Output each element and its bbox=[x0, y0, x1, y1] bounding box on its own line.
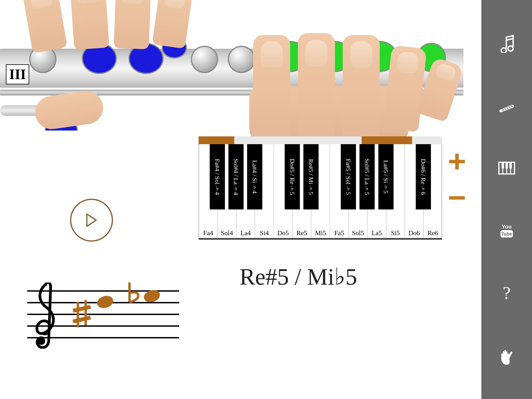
zoom-out-button[interactable]: − bbox=[448, 188, 466, 207]
black-key[interactable]: Do#5 / Re♭5 bbox=[285, 144, 300, 209]
white-key-label: La4 bbox=[241, 229, 251, 237]
foot-lever bbox=[0, 105, 82, 116]
keyboard-range-bar bbox=[199, 136, 442, 144]
note-head-flat bbox=[142, 288, 161, 304]
black-key[interactable]: Sol#4 / La♭4 bbox=[228, 144, 244, 209]
key-lh-middle bbox=[128, 43, 164, 74]
play-button[interactable] bbox=[70, 199, 113, 242]
key-lh-thumb bbox=[45, 119, 78, 130]
hand-icon[interactable] bbox=[497, 346, 516, 366]
black-key-label: Sol#5 / La♭5 bbox=[363, 159, 371, 195]
black-key[interactable]: Do#6 / Re♭6 bbox=[416, 144, 431, 209]
svg-text:?: ? bbox=[503, 284, 511, 302]
flute-rod bbox=[0, 90, 463, 96]
black-key[interactable]: Fa#5 / Sol♭5 bbox=[341, 144, 356, 209]
svg-marker-0 bbox=[87, 214, 96, 226]
black-key[interactable]: Re#5 / Mi♭5 bbox=[303, 144, 319, 209]
white-key-label: Re6 bbox=[428, 229, 438, 237]
black-key[interactable]: Fa#4 / Sol♭4 bbox=[210, 144, 225, 209]
white-key-label: Do6 bbox=[409, 229, 420, 237]
keyboard-bottom-line bbox=[199, 238, 442, 240]
black-key-label: Do#5 / Re♭5 bbox=[289, 159, 296, 195]
key-rh-pinky bbox=[417, 43, 446, 72]
piano-icon[interactable] bbox=[497, 158, 516, 178]
key-rh-ring bbox=[362, 41, 397, 72]
key-crown bbox=[29, 46, 57, 73]
staff-svg bbox=[27, 283, 179, 349]
octave-label: III bbox=[6, 64, 29, 84]
play-icon bbox=[86, 213, 97, 227]
svg-rect-19 bbox=[509, 162, 512, 168]
white-key-label: Do5 bbox=[277, 229, 289, 237]
key-lh-index bbox=[82, 43, 117, 74]
white-key-label: La5 bbox=[372, 229, 382, 237]
keyboard-selector[interactable]: Fa4Sol4La4Si4Do5Re5Mi5Fa5Sol5La5Si5Do6Re… bbox=[199, 136, 442, 245]
white-key-label: Si4 bbox=[260, 229, 269, 237]
flute-fingering-view: III bbox=[0, 0, 481, 136]
white-key-label: Re5 bbox=[296, 229, 307, 237]
svg-rect-17 bbox=[502, 162, 504, 168]
zoom-in-button[interactable]: + bbox=[448, 152, 466, 171]
current-note-label: Re#5 / Mi♭5 bbox=[240, 263, 357, 290]
white-key-label: Sol5 bbox=[352, 229, 364, 237]
svg-text:Tube: Tube bbox=[501, 231, 512, 237]
black-key-label: Sol#4 / La♭4 bbox=[232, 159, 240, 195]
staff-notation bbox=[27, 283, 179, 349]
key-gap2 bbox=[228, 46, 255, 73]
black-key-label: Do#6 / Re♭6 bbox=[420, 159, 427, 195]
white-key-label: Mi5 bbox=[315, 229, 326, 237]
flat-accidental bbox=[129, 283, 138, 302]
black-key-label: Fa#5 / Sol♭5 bbox=[345, 159, 352, 195]
youtube-icon[interactable]: YouTube bbox=[497, 221, 516, 241]
white-key-label: Si5 bbox=[391, 229, 400, 237]
svg-rect-18 bbox=[506, 162, 508, 168]
black-key[interactable]: La#4 / Si♭4 bbox=[247, 144, 262, 209]
black-key-label: Fa#4 / Sol♭4 bbox=[214, 159, 221, 195]
note-head-sharp bbox=[96, 294, 115, 310]
svg-point-1 bbox=[37, 337, 45, 345]
black-key[interactable]: La#5 / Si♭5 bbox=[378, 144, 393, 209]
black-key[interactable]: Sol#5 / La♭5 bbox=[360, 144, 375, 209]
white-key-label: Fa5 bbox=[334, 229, 344, 237]
key-rh-index bbox=[273, 41, 308, 72]
flute-icon[interactable] bbox=[497, 96, 516, 115]
black-key-label: Re#5 / Mi♭5 bbox=[307, 159, 315, 195]
svg-line-4 bbox=[73, 307, 90, 311]
key-gap bbox=[191, 46, 218, 73]
white-key-label: Fa4 bbox=[203, 229, 213, 237]
key-lh-ring bbox=[162, 37, 187, 58]
svg-rect-7 bbox=[499, 104, 514, 113]
music-note-icon[interactable] bbox=[497, 33, 516, 53]
help-icon[interactable]: ? bbox=[497, 284, 516, 303]
key-rh-middle bbox=[317, 41, 352, 72]
sharp-accidental bbox=[73, 300, 90, 327]
black-key-label: La#5 / Si♭5 bbox=[382, 160, 390, 193]
svg-text:You: You bbox=[502, 224, 512, 230]
sidebar: YouTube ? bbox=[481, 0, 532, 399]
black-key-label: La#4 / Si♭4 bbox=[251, 160, 258, 193]
svg-line-5 bbox=[73, 318, 90, 322]
white-key-label: Sol4 bbox=[221, 229, 233, 237]
